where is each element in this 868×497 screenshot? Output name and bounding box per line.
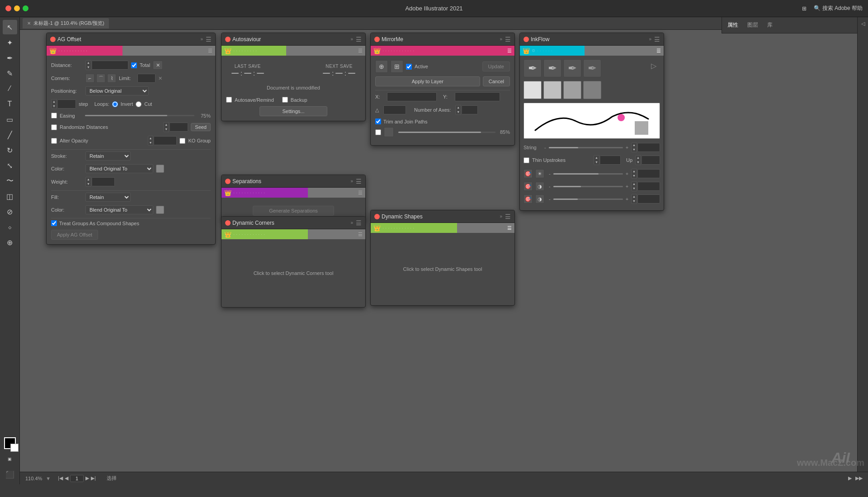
mirror-layers-icon[interactable]: ⊞ xyxy=(391,60,403,73)
select-tool[interactable]: ↖ xyxy=(3,20,17,34)
tab-layers[interactable]: 图层 xyxy=(747,21,758,29)
warp-tool[interactable]: 〜 xyxy=(3,174,17,188)
stroke-color-swatch[interactable] xyxy=(156,165,164,173)
dc-menu-icon[interactable]: ☰ xyxy=(356,219,362,227)
easing-slider[interactable] xyxy=(85,115,194,116)
screen-mode[interactable]: ⬛ xyxy=(3,467,17,482)
invert-radio[interactable] xyxy=(112,101,118,107)
randomize-input[interactable]: 50 xyxy=(170,123,188,132)
ctrl2-down[interactable]: ▼ xyxy=(632,186,637,191)
distance-input[interactable]: 4.233 mm xyxy=(92,61,128,70)
string-minus[interactable]: - xyxy=(544,145,546,150)
tab-close-icon[interactable]: ✕ xyxy=(27,21,31,26)
axes-arrows[interactable]: ▲ ▼ xyxy=(455,105,461,115)
play2-btn[interactable]: ▶▶ xyxy=(855,475,863,481)
ag-offset-header[interactable]: AG Offset » ☰ xyxy=(47,33,215,46)
mirror-target-icon[interactable]: ⊕ xyxy=(375,60,388,73)
ctrl3-up[interactable]: ▲ xyxy=(632,194,637,199)
distance-arrows[interactable]: ▲ ▼ xyxy=(85,60,91,70)
ctrl3-plus[interactable]: + xyxy=(626,196,628,202)
gradient-tool[interactable]: ◫ xyxy=(3,189,17,204)
sep-bar-menu[interactable]: ☰ xyxy=(358,190,363,196)
page-prev-btn[interactable]: ◀ xyxy=(65,475,68,481)
ko-group-checkbox[interactable] xyxy=(179,138,185,144)
ctrl2-arrows[interactable]: ▲ ▼ xyxy=(631,181,637,191)
dc-collapse-icon[interactable]: » xyxy=(350,220,353,225)
ctrl1-icon[interactable]: 🎯 xyxy=(524,169,533,178)
thin-checkbox[interactable] xyxy=(524,157,529,163)
line-tool[interactable]: ╱ xyxy=(3,128,17,142)
inkflow-collapse-icon[interactable]: » xyxy=(649,37,651,42)
cut-radio[interactable] xyxy=(136,101,142,107)
limit-input[interactable]: 10 xyxy=(137,74,156,83)
sep-close-btn[interactable] xyxy=(225,179,231,184)
tab-library[interactable]: 库 xyxy=(767,21,773,29)
total-checkbox[interactable] xyxy=(131,62,137,68)
ctrl1-plus[interactable]: + xyxy=(626,171,628,176)
autosaviour-header[interactable]: Autosaviour » ☰ xyxy=(222,33,365,46)
string-input[interactable]: 5 px xyxy=(637,143,660,152)
ctrl2-plus[interactable]: + xyxy=(626,184,628,189)
corner-round-icon[interactable]: ⌒ xyxy=(96,74,105,83)
dc-bar-menu[interactable]: ☰ xyxy=(358,232,363,237)
ctrl2-input[interactable]: 30% xyxy=(637,182,660,191)
ds-header[interactable]: Dynamic Shapes » ☰ xyxy=(371,210,514,223)
ink-swatch-3[interactable] xyxy=(563,81,581,99)
corner-square-icon[interactable]: ⌐ xyxy=(85,74,94,83)
ctrl2-icon2[interactable]: ◑ xyxy=(535,182,544,191)
ink-swatch-2[interactable] xyxy=(543,81,561,99)
mirror-header[interactable]: MirrorMe » ☰ xyxy=(371,33,514,46)
ink-swatch-1[interactable] xyxy=(524,81,542,99)
distance-extra-btn[interactable]: ✕ xyxy=(153,61,163,70)
string-plus[interactable]: + xyxy=(626,145,628,150)
ctrl3-minus[interactable]: - xyxy=(549,196,551,202)
ctrl1-input[interactable]: 30 pt xyxy=(637,169,660,178)
dc-header[interactable]: Dynamic Corners » ☰ xyxy=(222,217,365,229)
zoom-chevron[interactable]: ▼ xyxy=(46,476,51,481)
settings-btn[interactable]: Settings... xyxy=(259,106,327,116)
page-first-btn[interactable]: |◀ xyxy=(58,475,63,481)
ctrl1-up[interactable]: ▲ xyxy=(632,169,637,174)
separations-header[interactable]: Separations » ☰ xyxy=(222,175,365,188)
weight-input[interactable] xyxy=(92,177,115,186)
ink-tool-2[interactable]: ✒ xyxy=(543,59,561,77)
opacity-arrows[interactable]: ▲ ▼ xyxy=(148,136,154,146)
ink-swatch-4[interactable] xyxy=(583,81,601,99)
backup-checkbox[interactable] xyxy=(282,97,288,103)
ink-tool-1[interactable]: ✒ xyxy=(524,59,542,77)
ctrl3-icon[interactable]: 🎯 xyxy=(524,194,533,204)
opacity-input[interactable]: 100% xyxy=(154,136,177,145)
weight-arrows[interactable]: ▲ ▼ xyxy=(85,177,91,187)
ctrl1-down[interactable]: ▼ xyxy=(632,174,637,178)
ag-close-btn[interactable] xyxy=(50,37,56,42)
type-tool[interactable]: T xyxy=(3,97,17,111)
mirror-angle-input[interactable]: 0° xyxy=(383,105,406,114)
zoom-tool[interactable]: ⊕ xyxy=(3,235,17,250)
ag-bar-menu[interactable]: ☰ xyxy=(208,48,212,54)
ctrl2-minus[interactable]: - xyxy=(549,184,551,189)
dc-close-btn[interactable] xyxy=(225,220,231,226)
apply-ag-offset-btn[interactable]: Apply AG Offset xyxy=(51,230,98,240)
fill-select[interactable]: Retain None xyxy=(85,193,131,202)
autosave-remind-checkbox[interactable] xyxy=(226,97,232,103)
scale-tool[interactable]: ⤡ xyxy=(3,158,17,173)
maximize-button[interactable] xyxy=(23,5,28,11)
ds-close-btn[interactable] xyxy=(374,214,380,219)
mirror-menu-icon[interactable]: ☰ xyxy=(505,36,511,43)
ctrl2-up[interactable]: ▲ xyxy=(632,182,637,186)
distance-up[interactable]: ▲ xyxy=(86,61,91,65)
tab-properties[interactable]: 属性 xyxy=(727,21,738,29)
corner-bevel-icon[interactable]: ⌇ xyxy=(107,74,116,83)
fill-color-select[interactable]: Blend Original To xyxy=(85,205,153,214)
inkflow-header[interactable]: InkFlow » ☰ xyxy=(520,33,664,46)
thin-input[interactable]: 10% xyxy=(600,156,621,165)
step-arrows[interactable]: ▲ ▼ xyxy=(51,99,57,109)
ctrl1-icon2[interactable]: ☀ xyxy=(535,169,544,178)
inkflow-menu-icon[interactable]: ☰ xyxy=(654,36,660,43)
pen-tool[interactable]: ✒ xyxy=(3,51,17,65)
up-arrows[interactable]: ▲ ▼ xyxy=(635,155,641,165)
ctrl3-slider[interactable] xyxy=(553,199,623,200)
axes-input[interactable]: 3 xyxy=(462,105,478,114)
ctrl1-slider[interactable] xyxy=(553,173,623,175)
autosave-close-btn[interactable] xyxy=(225,37,231,42)
